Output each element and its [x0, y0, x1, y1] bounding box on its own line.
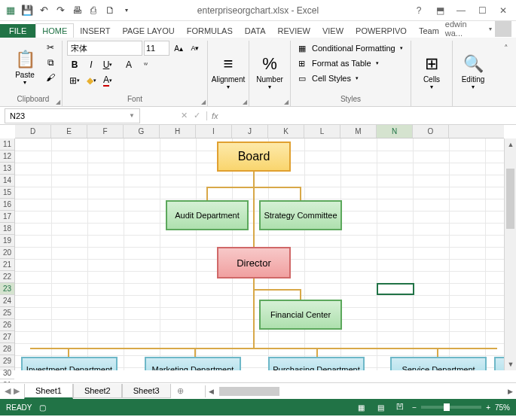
tab-view[interactable]: VIEW: [316, 24, 350, 38]
row-header[interactable]: 17: [0, 211, 14, 223]
row-header[interactable]: 21: [0, 259, 14, 271]
scroll-left-icon[interactable]: ◀: [206, 385, 218, 397]
increase-font-icon[interactable]: A▴: [171, 41, 186, 55]
fill-color-button[interactable]: ◆▾: [84, 74, 99, 87]
row-header[interactable]: 29: [0, 355, 14, 367]
zoom-level[interactable]: 75%: [495, 403, 510, 412]
sheet-next-icon[interactable]: ▶: [14, 386, 20, 396]
format-as-table-button[interactable]: ⊞ Format as Table ▾: [295, 56, 406, 71]
font-name-select[interactable]: [67, 41, 142, 56]
shape-purchasing[interactable]: Purchasing Department: [268, 357, 365, 370]
conditional-formatting-button[interactable]: ▦ Conditional Formatting ▾: [295, 41, 406, 56]
sheet-tab-2[interactable]: Sheet2: [73, 384, 122, 398]
bold-button[interactable]: B: [67, 58, 82, 72]
view-page-break-icon[interactable]: 凹: [392, 401, 408, 413]
row-header[interactable]: 30: [0, 367, 14, 379]
row-header[interactable]: 24: [0, 295, 14, 307]
user-account[interactable]: edwin wa... ▾: [445, 20, 516, 38]
tab-insert[interactable]: INSERT: [74, 24, 116, 38]
shape-financial[interactable]: Financial Center: [259, 300, 342, 330]
cells-area[interactable]: Board Audit Department Strategy Committe…: [15, 138, 504, 370]
column-header[interactable]: D: [15, 125, 51, 138]
row-header[interactable]: 16: [0, 199, 14, 211]
paste-button[interactable]: 📋 Paste ▾: [9, 41, 41, 95]
column-header[interactable]: M: [340, 125, 377, 138]
row-header[interactable]: 22: [0, 271, 14, 283]
zoom-slider[interactable]: [421, 406, 481, 409]
column-header[interactable]: L: [304, 125, 340, 138]
active-cell[interactable]: [377, 283, 414, 295]
ribbon-options-icon[interactable]: ⬒: [430, 3, 450, 18]
shape-strategy[interactable]: Strategy Committee: [259, 200, 342, 230]
number-button[interactable]: % Number ▾: [254, 41, 285, 103]
scroll-right-icon[interactable]: ▶: [504, 385, 516, 397]
tab-review[interactable]: REVIEW: [272, 24, 316, 38]
row-header[interactable]: 11: [0, 138, 14, 151]
decrease-font-icon[interactable]: A▾: [188, 41, 203, 55]
undo-icon[interactable]: ↶: [36, 3, 51, 18]
tab-page-layout[interactable]: PAGE LAYOU: [116, 24, 180, 38]
maximize-button[interactable]: ☐: [472, 3, 492, 18]
zoom-thumb[interactable]: [444, 403, 450, 411]
sheet-nav[interactable]: ◀ ▶: [0, 386, 24, 396]
shape-audit[interactable]: Audit Department: [166, 200, 249, 230]
sheet-tab-3[interactable]: Sheet3: [122, 384, 171, 398]
column-header[interactable]: O: [413, 125, 449, 138]
font-color-button[interactable]: A▾: [100, 74, 115, 87]
tab-formulas[interactable]: FORMULAS: [181, 24, 239, 38]
borders-button[interactable]: ⊞▾: [67, 74, 82, 87]
tab-team[interactable]: Team: [413, 24, 445, 38]
row-header[interactable]: 23: [0, 283, 14, 295]
scroll-thumb[interactable]: [506, 169, 514, 229]
add-sheet-button[interactable]: ⊕: [171, 386, 190, 396]
cells-button[interactable]: ⊞ Cells ▾: [416, 41, 447, 103]
tab-powerpivot[interactable]: POWERPIVO: [350, 24, 413, 38]
row-header[interactable]: 14: [0, 175, 14, 187]
sheet-prev-icon[interactable]: ◀: [5, 386, 11, 396]
alignment-launcher[interactable]: ◢: [243, 99, 247, 105]
minimize-button[interactable]: —: [451, 3, 471, 18]
column-header[interactable]: N: [377, 125, 413, 138]
shape-board[interactable]: Board: [217, 142, 291, 172]
fx-icon[interactable]: fx: [206, 111, 223, 120]
row-header[interactable]: 28: [0, 343, 14, 355]
name-box[interactable]: N23 ▼: [5, 108, 140, 123]
horizontal-scrollbar[interactable]: ◀ ▶: [205, 385, 516, 397]
column-header[interactable]: I: [196, 125, 232, 138]
view-normal-icon[interactable]: ▦: [353, 401, 368, 413]
column-header[interactable]: E: [51, 125, 87, 138]
macro-record-icon[interactable]: ▢: [39, 403, 46, 412]
column-header[interactable]: J: [232, 125, 268, 138]
column-header[interactable]: K: [268, 125, 304, 138]
view-page-layout-icon[interactable]: ▤: [373, 401, 388, 413]
tab-file[interactable]: FILE: [0, 24, 35, 38]
row-header[interactable]: 27: [0, 331, 14, 343]
tab-home[interactable]: HOME: [35, 23, 74, 38]
quick-print-icon[interactable]: 🖶: [69, 3, 84, 18]
sheet-tab-1[interactable]: Sheet1: [24, 384, 73, 399]
scroll-down-icon[interactable]: ▼: [505, 358, 516, 370]
copy-icon[interactable]: ⧉: [44, 56, 57, 69]
zoom-out-button[interactable]: −: [412, 403, 417, 412]
tab-data[interactable]: DATA: [239, 24, 272, 38]
font-launcher[interactable]: ◢: [201, 99, 206, 105]
excel-icon[interactable]: ▦: [3, 3, 18, 18]
row-header[interactable]: 13: [0, 163, 14, 175]
save-icon[interactable]: 💾: [20, 3, 35, 18]
column-header[interactable]: H: [160, 125, 196, 138]
qat-dropdown-icon[interactable]: ▾: [119, 3, 134, 18]
clipboard-launcher[interactable]: ◢: [56, 99, 60, 105]
new-file-icon[interactable]: 🗋: [102, 3, 118, 18]
editing-button[interactable]: 🔍 Editing ▾: [457, 41, 489, 103]
font-size-select[interactable]: [144, 41, 169, 56]
collapse-ribbon-icon[interactable]: ˄: [501, 41, 511, 106]
format-painter-icon[interactable]: 🖌: [44, 71, 57, 84]
font-color-a-icon[interactable]: A: [121, 58, 136, 72]
shape-marketing[interactable]: Marketing Department: [145, 357, 241, 370]
cell-styles-button[interactable]: ▭ Cell Styles ▾: [295, 71, 406, 86]
row-header[interactable]: 19: [0, 235, 14, 247]
alignment-button[interactable]: ≡ Alignment ▾: [212, 41, 244, 103]
column-header[interactable]: G: [124, 125, 160, 138]
row-header[interactable]: 18: [0, 223, 14, 235]
shape-investment[interactable]: Investment Department: [21, 357, 118, 370]
